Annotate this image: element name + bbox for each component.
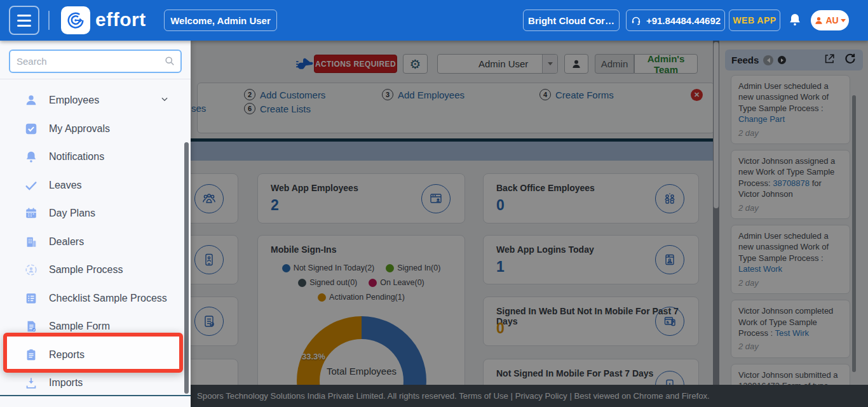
sidebar-item-reports[interactable]: Reports — [0, 341, 191, 370]
chevron-down-icon — [841, 19, 846, 22]
hamburger-menu-button[interactable] — [9, 6, 39, 35]
check-icon — [24, 178, 38, 192]
brand-wordmark: effort — [95, 9, 146, 30]
sidebar-item-dealers[interactable]: Dealers — [0, 228, 191, 257]
web-app-button[interactable]: WEB APP — [729, 10, 780, 31]
sidebar-item-imports[interactable]: Imports — [0, 369, 191, 397]
avatar-menu[interactable]: AU — [811, 10, 849, 30]
sidebar-item-notifications[interactable]: Notifications — [0, 143, 191, 171]
avatar-person-icon — [814, 16, 824, 25]
checklist-icon — [24, 291, 38, 305]
sidebar: Employees My Approvals Notifications Lea… — [0, 41, 191, 407]
logo-mark-icon — [66, 11, 85, 30]
search-input[interactable] — [9, 50, 182, 73]
notification-bell-icon[interactable] — [787, 12, 804, 29]
bell-icon — [24, 150, 38, 164]
support-phone-button[interactable]: +91.84484.44692 — [626, 10, 725, 31]
avatar-initials: AU — [825, 15, 838, 25]
sidebar-item-leaves[interactable]: Leaves — [0, 171, 191, 200]
import-icon — [24, 376, 38, 390]
calendar-icon — [24, 206, 38, 220]
sidebar-item-day-plans[interactable]: Day Plans — [0, 199, 191, 228]
person-icon — [24, 93, 38, 107]
topbar: effort Welcome, Admin User Bright Cloud … — [0, 0, 868, 41]
form-icon — [24, 319, 38, 333]
sidebar-item-checklist-sample-process[interactable]: Checklist Sample Process — [0, 284, 191, 313]
headset-icon — [630, 15, 642, 26]
process-icon — [24, 263, 38, 277]
company-button[interactable]: Bright Cloud Cor… — [523, 10, 620, 31]
report-icon — [24, 348, 38, 362]
chevron-down-icon — [160, 95, 169, 106]
sidebar-item-my-approvals[interactable]: My Approvals — [0, 115, 191, 143]
sidebar-item-sample-form[interactable]: Sample Form — [0, 312, 191, 341]
building-icon — [24, 235, 38, 249]
sidebar-item-employees[interactable]: Employees — [0, 86, 191, 115]
welcome-button[interactable]: Welcome, Admin User — [164, 10, 277, 31]
sidebar-item-sample-process[interactable]: Sample Process — [0, 256, 191, 284]
checkbox-icon — [24, 122, 38, 136]
effort-logo[interactable] — [61, 6, 90, 34]
search-icon — [163, 55, 176, 70]
